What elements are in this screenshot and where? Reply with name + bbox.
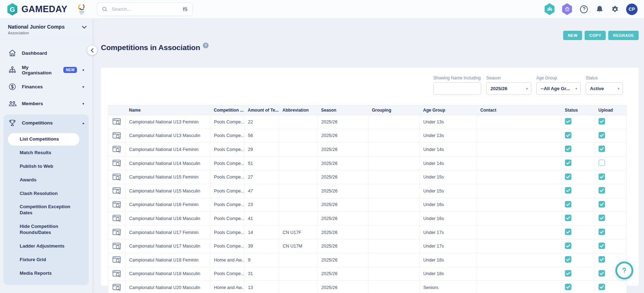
cell-abbreviation: CN U17F [279,225,318,239]
view-competition-icon[interactable] [112,201,121,209]
cell-name[interactable]: Campionatul National U17 Feminin [126,225,210,239]
age-group-select[interactable]: --All Age Gr...▾ [536,82,581,95]
status-checkbox[interactable] [565,243,571,249]
upload-checkbox[interactable] [599,118,605,124]
sidebar-item-hide-competition-rounds-dates[interactable]: Hide Competition Rounds/Dates [8,220,79,239]
copy-button[interactable]: COPY [585,31,606,40]
cell-name[interactable]: Campionatul National U16 Feminin [126,198,210,212]
cell-name[interactable]: Campionatul National U18 Masculin [126,267,210,281]
cell-name[interactable]: Campionatul National U15 Masculin [126,184,210,198]
search-input[interactable] [111,6,179,12]
sidebar-item-members[interactable]: Members▾ [4,95,89,112]
cell-abbreviation [279,170,318,184]
cell-status [561,225,595,239]
status-checkbox[interactable] [565,270,571,277]
cell-upload [595,225,627,239]
showing-name-including-input[interactable] [433,82,481,95]
community-icon[interactable] [544,3,555,15]
view-competition-icon[interactable] [112,118,121,126]
status-checkbox[interactable] [565,215,571,221]
search-filter-icon[interactable] [182,6,188,12]
view-competition-icon[interactable] [112,284,121,291]
upload-checkbox[interactable] [599,270,605,277]
cell-amount-of-teams: 29 [244,143,279,157]
sidebar-item-media-reports[interactable]: Media Reports [8,267,79,280]
cell-name[interactable]: Campionatul National U13 Masculin [126,129,210,143]
gameday-logo[interactable]: G GAMEDAY [6,3,67,16]
cell-upload [595,198,627,212]
sidebar-collapse-button[interactable] [87,45,97,55]
sidebar-item-competitions[interactable]: Competitions▴ [4,114,89,131]
sidebar-item-fixture-grid[interactable]: Fixture Grid [8,254,79,266]
cell-name[interactable]: Campionatul National U15 Feminin [126,170,210,184]
help-icon[interactable] [579,5,589,14]
cell-name[interactable]: Campionatul National U16 Masculin [126,212,210,226]
cell-competition-type: Pools Compe... [210,184,244,198]
upload-checkbox[interactable] [599,187,605,194]
cell-name[interactable]: Campionatul National U18 Feminin [126,253,210,267]
new-badge: NEW [63,67,77,73]
title-help-icon[interactable]: ? [203,43,209,48]
sidebar-item-ladder-adjustments[interactable]: Ladder Adjustments [8,240,79,253]
cell-name[interactable]: Campionatul National U14 Feminin [126,143,210,157]
sidebar-item-dashboard[interactable]: Dashboard [4,45,89,62]
sidebar-item-publish-to-web[interactable]: Publish to Web [8,160,79,173]
help-fab[interactable] [615,262,633,279]
upload-checkbox[interactable] [599,201,605,207]
cell-contact [477,156,561,170]
status-select[interactable]: Active▾ [586,82,623,95]
upload-checkbox[interactable] [599,174,605,180]
upload-checkbox[interactable] [599,256,605,263]
status-checkbox[interactable] [565,160,571,166]
status-checkbox[interactable] [565,284,571,290]
view-competition-icon[interactable] [112,229,121,236]
view-competition-icon[interactable] [112,187,121,195]
view-competition-icon[interactable] [112,243,121,250]
upload-checkbox[interactable] [599,215,605,221]
upload-checkbox[interactable] [599,146,605,152]
season-select[interactable]: 2025/26▾ [486,82,531,95]
table-row: Campionatul National U15 FemininPools Co… [108,170,627,184]
sidebar-item-match-results[interactable]: Match Results [8,147,79,159]
view-competition-icon[interactable] [112,146,121,153]
view-competition-icon[interactable] [112,256,121,264]
cell-name[interactable]: Campionatul National U13 Feminin [126,115,210,129]
status-checkbox[interactable] [565,187,571,194]
regrade-button[interactable]: REGRADE [608,31,639,40]
view-competition-icon[interactable] [112,270,121,278]
settings-icon[interactable] [611,5,619,14]
members-icon [8,99,16,108]
cell-name[interactable]: Campionatul National U14 Masculin [126,156,210,170]
cell-name[interactable]: Campionatul National U17 Masculin [126,239,210,253]
new-button[interactable]: NEW [563,31,582,40]
status-checkbox[interactable] [565,256,571,263]
sidebar-item-clash-resolution[interactable]: Clash Resolution [8,187,79,200]
cell-name[interactable]: Campionatul National U20 Masculin [126,281,210,293]
view-competition-icon[interactable] [112,160,121,167]
status-checkbox[interactable] [565,146,571,152]
status-checkbox[interactable] [565,174,571,180]
status-checkbox[interactable] [565,201,571,207]
status-checkbox[interactable] [565,132,571,138]
sidebar-item-competition-exception-dates[interactable]: Competition Exception Dates [8,201,79,219]
view-competition-icon[interactable] [112,174,121,181]
upload-checkbox[interactable] [599,160,605,166]
user-avatar[interactable]: CP [626,4,638,15]
organisation-switcher[interactable]: National Junior Comps Association [0,19,92,40]
status-checkbox[interactable] [565,229,571,235]
upload-checkbox[interactable] [599,243,605,249]
marketplace-icon[interactable] [562,3,572,15]
sidebar-item-finances[interactable]: Finances▾ [4,78,89,95]
view-competition-icon[interactable] [112,215,121,222]
cell-season: 2025/26 [318,115,369,129]
upload-checkbox[interactable] [599,284,605,290]
upload-checkbox[interactable] [599,229,605,235]
notifications-icon[interactable] [595,5,604,14]
sidebar-item-awards[interactable]: Awards [8,174,79,186]
status-checkbox[interactable] [565,118,571,124]
sidebar-item-list-competitions[interactable]: List Competitions [8,133,79,146]
sidebar-item-my-organisation[interactable]: My OrganisationNEW▾ [4,62,89,78]
view-competition-icon[interactable] [112,132,121,140]
cell-abbreviation [279,156,318,170]
upload-checkbox[interactable] [599,132,605,138]
